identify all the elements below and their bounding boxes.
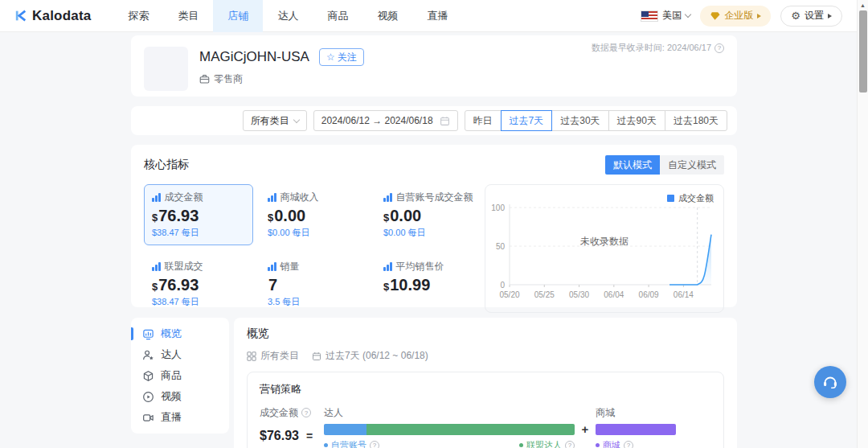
- store-header-card: 数据最早收录时间: 2024/06/17 MAGiCjOHN-USA 关注 零售…: [131, 35, 737, 97]
- svg-text:06/09: 06/09: [639, 290, 659, 299]
- metric-subvalue: $38.47 每日: [152, 227, 245, 239]
- metric-card-平均销售价[interactable]: 平均销售价$10.99: [375, 253, 485, 314]
- nav-item-商品[interactable]: 商品: [313, 0, 362, 32]
- nav-right: 美国 企业版 ⚙ 设置: [641, 6, 854, 27]
- nav-menu: 探索类目店铺达人商品视频直播: [113, 0, 462, 32]
- data-collected-text: 数据最早收录时间: 2024/06/17: [592, 42, 711, 54]
- metric-value: $76.93: [152, 276, 245, 294]
- info-icon[interactable]: [301, 408, 311, 417]
- purple-dot-icon: [596, 443, 600, 447]
- kalodata-logo[interactable]: Kalodata: [14, 8, 91, 24]
- arrow-right-icon: [828, 14, 832, 18]
- info-icon[interactable]: [624, 441, 633, 448]
- bar-chart-icon: [268, 262, 276, 271]
- marketing-strategy-title: 营销策略: [260, 382, 711, 397]
- bar-chart-icon: [383, 262, 392, 271]
- date-range-picker[interactable]: 2024/06/12 → 2024/06/18: [313, 110, 458, 131]
- nav-item-直播[interactable]: 直播: [412, 0, 462, 32]
- gmv-value: $76.93: [260, 429, 299, 443]
- enterprise-button[interactable]: 企业版: [700, 6, 771, 27]
- creator-bar-label: 达人: [324, 406, 575, 419]
- live-icon: [142, 412, 154, 424]
- settings-label: 设置: [805, 9, 824, 23]
- support-button[interactable]: [814, 366, 846, 398]
- info-icon[interactable]: [565, 441, 575, 448]
- overview-category-filter: 所有类目: [247, 349, 299, 363]
- core-metrics-title: 核心指标: [144, 158, 189, 172]
- metric-label: 自营账号成交金额: [396, 191, 473, 204]
- own-account-segment[interactable]: [324, 424, 366, 435]
- svg-text:06/14: 06/14: [674, 290, 694, 299]
- nav-item-达人[interactable]: 达人: [263, 0, 313, 32]
- default-mode-button[interactable]: 默认模式: [605, 155, 660, 175]
- chevron-down-icon: [685, 11, 691, 18]
- region-selector[interactable]: 美国: [641, 9, 690, 23]
- calendar-icon: [312, 351, 321, 361]
- sidebar-item-概览[interactable]: 概览: [131, 323, 229, 344]
- affiliate-segment[interactable]: [366, 424, 575, 435]
- quick-range-过去30天[interactable]: 过去30天: [551, 110, 608, 131]
- sidebar-item-label: 商品: [161, 368, 182, 383]
- category-select[interactable]: 所有类目: [243, 110, 307, 131]
- product-icon: [142, 370, 154, 382]
- own-account-stat: 自营账号 $0.00 (0%): [324, 439, 379, 448]
- arrow-right-icon: [757, 14, 761, 18]
- mall-stat: 商城 $0.00 (0%): [596, 439, 676, 448]
- dashboard-icon: [142, 328, 154, 340]
- sidebar-item-达人[interactable]: 达人: [131, 344, 229, 365]
- gmv-label: 成交金额: [260, 406, 324, 419]
- quick-range-过去7天[interactable]: 过去7天: [501, 110, 553, 131]
- svg-text:06/04: 06/04: [604, 290, 624, 299]
- overview-sidebar: 概览达人商品视频直播: [131, 318, 229, 434]
- metric-card-商城收入[interactable]: 商城收入$0.00$0.00 每日: [260, 184, 369, 245]
- sidebar-item-视频[interactable]: 视频: [131, 386, 229, 407]
- follow-button[interactable]: 关注: [319, 48, 364, 66]
- metric-label: 联盟成交: [165, 260, 203, 273]
- nav-item-探索[interactable]: 探索: [113, 0, 163, 32]
- nav-item-类目[interactable]: 类目: [163, 0, 213, 32]
- mall-bar-label: 商城: [596, 406, 676, 419]
- svg-text:05/20: 05/20: [499, 290, 519, 299]
- metric-card-销量[interactable]: 销量73.5 每日: [260, 253, 369, 314]
- mode-toggle: 默认模式 自定义模式: [605, 155, 724, 175]
- sidebar-item-直播[interactable]: 直播: [131, 407, 229, 428]
- bar-chart-icon: [152, 262, 161, 271]
- info-icon[interactable]: [714, 43, 724, 53]
- logo-text: Kalodata: [32, 8, 91, 24]
- nav-item-店铺[interactable]: 店铺: [213, 0, 263, 32]
- overview-category-label: 所有类目: [260, 349, 299, 363]
- core-metrics-card: 核心指标 默认模式 自定义模式 成交金额$76.93$38.47 每日商城收入$…: [131, 145, 737, 307]
- metric-label: 平均销售价: [396, 260, 444, 273]
- overview-period-filter: 过去7天 (06/12 ~ 06/18): [312, 349, 428, 363]
- settings-button[interactable]: ⚙ 设置: [780, 6, 842, 27]
- info-icon[interactable]: [370, 441, 379, 448]
- quick-range-昨日[interactable]: 昨日: [465, 110, 502, 131]
- metrics-grid: 成交金额$76.93$38.47 每日商城收入$0.00$0.00 每日自营账号…: [144, 184, 485, 314]
- metric-card-联盟成交[interactable]: 联盟成交$76.93$38.47 每日: [144, 253, 253, 314]
- quick-range-过去90天[interactable]: 过去90天: [608, 110, 665, 131]
- page-scrollbar[interactable]: ▲: [857, 0, 868, 448]
- custom-mode-button[interactable]: 自定义模式: [660, 155, 724, 175]
- sidebar-item-商品[interactable]: 商品: [131, 365, 229, 386]
- mall-bar[interactable]: [596, 424, 676, 435]
- bar-chart-icon: [152, 193, 161, 202]
- metric-subvalue: $0.00 每日: [268, 227, 361, 239]
- store-name: MAGiCjOHN-USA: [199, 49, 309, 65]
- metric-value: $0.00: [383, 207, 477, 225]
- top-navbar: Kalodata 探索类目店铺达人商品视频直播 美国 企业版 ⚙ 设置: [0, 0, 868, 32]
- us-flag-icon: [641, 10, 658, 22]
- metric-subvalue: $0.00 每日: [383, 227, 477, 239]
- bar-chart-icon: [383, 193, 392, 202]
- scrollbar-thumb[interactable]: [859, 10, 867, 92]
- svg-text:50: 50: [496, 242, 506, 251]
- scroll-up-arrow-icon[interactable]: ▲: [858, 0, 868, 10]
- equals-sign: =: [306, 430, 313, 442]
- metric-card-成交金额[interactable]: 成交金额$76.93$38.47 每日: [144, 184, 253, 245]
- overview-period-label: 过去7天 (06/12 ~ 06/18): [326, 349, 428, 363]
- metric-label: 成交金额: [165, 191, 203, 204]
- quick-range-过去180天[interactable]: 过去180天: [665, 110, 727, 131]
- nav-item-视频[interactable]: 视频: [362, 0, 412, 32]
- svg-text:05/30: 05/30: [569, 290, 589, 299]
- region-label: 美国: [662, 9, 682, 23]
- metric-card-自营账号成交金额[interactable]: 自营账号成交金额$0.00$0.00 每日: [375, 184, 485, 245]
